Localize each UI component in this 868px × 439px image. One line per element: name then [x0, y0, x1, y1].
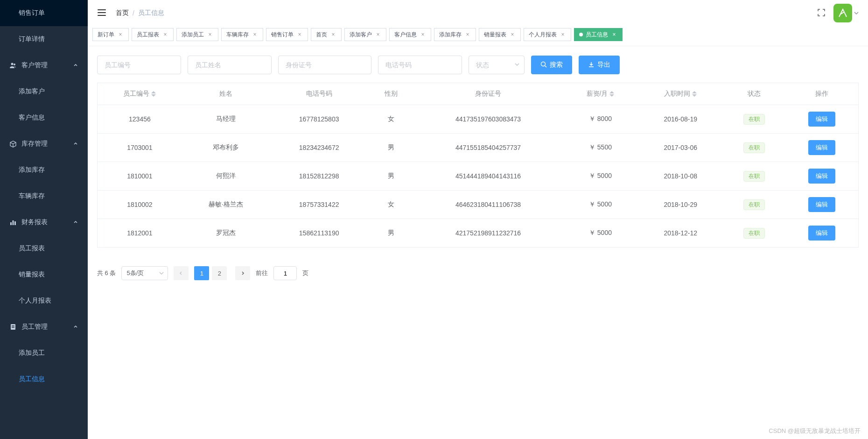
svg-rect-7 — [12, 327, 14, 328]
cell-name: 邓布利多 — [182, 134, 270, 162]
cell-phone: 18757331422 — [270, 191, 369, 219]
page-size-label: 5条/页 — [126, 269, 144, 277]
sidebar-item[interactable]: 添加员工 — [0, 340, 88, 366]
tab[interactable]: 添加库存× — [434, 28, 476, 41]
sidebar-group-label: 库存管理 — [21, 140, 48, 148]
tab[interactable]: 客户信息× — [389, 28, 431, 41]
sidebar-item[interactable]: 车辆库存 — [0, 183, 88, 209]
cell-salary: ￥ 8000 — [563, 105, 637, 134]
svg-rect-6 — [12, 326, 14, 326]
page-size-select[interactable]: 5条/页 — [121, 266, 168, 280]
tab[interactable]: 添加员工× — [176, 28, 218, 41]
search-button[interactable]: 搜索 — [531, 56, 572, 74]
phone-input[interactable] — [378, 56, 462, 74]
sidebar-item[interactable]: 员工报表 — [0, 235, 88, 262]
svg-rect-2 — [10, 222, 12, 225]
close-icon[interactable]: × — [162, 31, 168, 38]
sidebar-item-label: 个人月报表 — [19, 297, 51, 305]
chevron-down-icon — [159, 270, 164, 277]
content: 搜索 导出 员工编号 姓名 电话号码 性别 身份证号 薪资/月 — [88, 46, 868, 439]
tab[interactable]: 添加客户× — [344, 28, 386, 41]
close-icon[interactable]: × — [611, 31, 617, 38]
tab[interactable]: 员工报表× — [132, 28, 174, 41]
sidebar-item-label: 车辆库存 — [19, 192, 45, 200]
close-icon[interactable]: × — [207, 31, 213, 38]
close-icon[interactable]: × — [420, 31, 426, 38]
sidebar-group[interactable]: 客户管理 — [0, 52, 88, 78]
tab[interactable]: 员工信息× — [574, 28, 623, 41]
close-icon[interactable]: × — [509, 31, 516, 38]
sidebar-group[interactable]: 库存管理 — [0, 131, 88, 157]
sidebar-item[interactable]: 添加客户 — [0, 78, 88, 105]
sidebar-group[interactable]: 员工管理 — [0, 314, 88, 340]
close-icon[interactable]: × — [464, 31, 471, 38]
prev-page-button[interactable] — [174, 266, 189, 280]
close-icon[interactable]: × — [296, 31, 303, 38]
next-page-button[interactable] — [235, 266, 250, 280]
tab[interactable]: 个人月报表× — [524, 28, 571, 41]
th-emp-no[interactable]: 员工编号 — [98, 83, 182, 105]
emp-name-input[interactable] — [188, 56, 272, 74]
sidebar-group[interactable]: 财务报表 — [0, 209, 88, 235]
breadcrumb-current: 员工信息 — [138, 9, 164, 17]
sidebar-item[interactable]: 添加库存 — [0, 157, 88, 183]
cell-status: 在职 — [723, 219, 785, 248]
export-button[interactable]: 导出 — [579, 56, 620, 74]
th-hire-date[interactable]: 入职时间 — [637, 83, 723, 105]
sidebar-item[interactable]: 销售订单 — [0, 0, 88, 26]
cell-emp-no: 1812001 — [98, 219, 182, 248]
cell-hire-date: 2018-10-08 — [637, 162, 723, 191]
export-button-label: 导出 — [597, 61, 610, 69]
th-name: 姓名 — [182, 83, 270, 105]
sidebar-item[interactable]: 销量报表 — [0, 262, 88, 288]
sidebar-item[interactable]: 客户信息 — [0, 105, 88, 131]
status-select[interactable] — [469, 56, 525, 74]
cell-id-no: 451444189404143116 — [413, 162, 563, 191]
edit-button[interactable]: 编辑 — [808, 197, 835, 212]
cell-hire-date: 2018-10-29 — [637, 191, 723, 219]
th-salary[interactable]: 薪资/月 — [563, 83, 637, 105]
tab-label: 添加员工 — [182, 31, 204, 39]
close-icon[interactable]: × — [330, 31, 336, 38]
tab[interactable]: 销量报表× — [479, 28, 521, 41]
hamburger-icon[interactable] — [97, 8, 106, 19]
close-icon[interactable]: × — [117, 31, 124, 38]
page-number-button[interactable]: 2 — [212, 266, 227, 280]
tab-label: 销量报表 — [484, 31, 506, 39]
close-icon[interactable]: × — [375, 31, 381, 38]
sidebar-item[interactable]: 个人月报表 — [0, 288, 88, 314]
emp-no-input[interactable] — [97, 56, 181, 74]
status-select-input[interactable] — [469, 56, 525, 74]
fullscreen-icon[interactable] — [817, 8, 826, 19]
tab[interactable]: 新订单× — [92, 28, 129, 41]
edit-button[interactable]: 编辑 — [808, 140, 835, 155]
cell-gender: 女 — [368, 105, 413, 134]
tab[interactable]: 车辆库存× — [221, 28, 263, 41]
close-icon[interactable]: × — [560, 31, 566, 38]
sort-icon — [692, 91, 697, 97]
page-number-button[interactable]: 1 — [194, 266, 209, 280]
cell-phone: 18152812298 — [270, 162, 369, 191]
search-icon — [540, 61, 547, 69]
edit-button[interactable]: 编辑 — [808, 112, 835, 127]
goto-page-input[interactable] — [273, 266, 297, 280]
edit-button[interactable]: 编辑 — [808, 169, 835, 184]
status-badge: 在职 — [743, 114, 765, 125]
id-input[interactable] — [278, 56, 371, 74]
cell-action: 编辑 — [785, 105, 858, 134]
sidebar-item[interactable]: 订单详情 — [0, 26, 88, 52]
cell-emp-no: 1703001 — [98, 134, 182, 162]
close-icon[interactable]: × — [252, 31, 258, 38]
edit-button[interactable]: 编辑 — [808, 226, 835, 241]
chevron-up-icon — [73, 63, 78, 68]
cell-emp-no: 1810001 — [98, 162, 182, 191]
svg-rect-4 — [14, 221, 16, 225]
box-icon — [9, 140, 17, 148]
tab[interactable]: 首页× — [311, 28, 342, 41]
sidebar-item[interactable]: 员工信息 — [0, 366, 88, 392]
breadcrumb-home[interactable]: 首页 — [116, 9, 129, 17]
user-menu[interactable] — [833, 4, 859, 22]
tab-label: 添加客户 — [350, 31, 372, 39]
tab[interactable]: 销售订单× — [266, 28, 308, 41]
cell-hire-date: 2016-08-19 — [637, 105, 723, 134]
